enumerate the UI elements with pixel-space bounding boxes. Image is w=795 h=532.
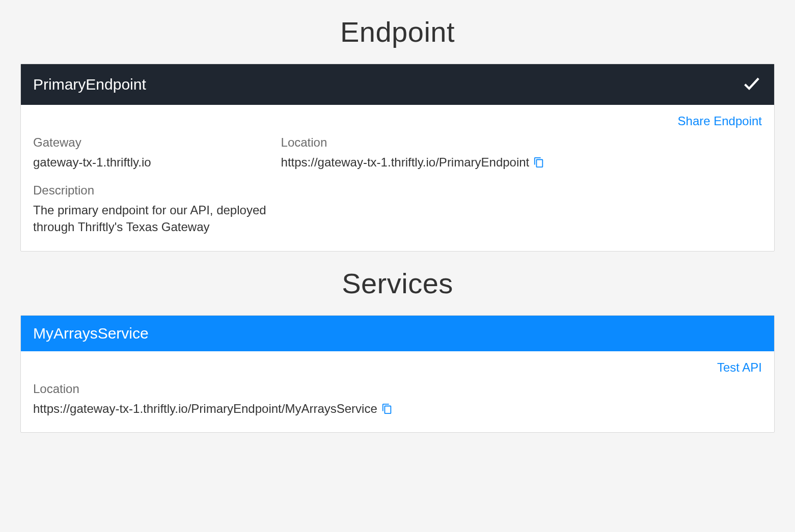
- service-card-body: Test API Location https://gateway-tx-1.t…: [21, 351, 774, 433]
- service-location-value: https://gateway-tx-1.thriftly.io/Primary…: [33, 400, 377, 417]
- check-icon: [742, 73, 762, 96]
- service-card: MyArraysService Test API Location https:…: [20, 315, 775, 433]
- gateway-value: gateway-tx-1.thriftly.io: [33, 154, 271, 171]
- gateway-block: Gateway gateway-tx-1.thriftly.io: [33, 135, 281, 171]
- description-label: Description: [33, 183, 752, 198]
- service-location-label: Location: [33, 382, 762, 396]
- section-title-services: Services: [20, 267, 775, 300]
- location-value-line: https://gateway-tx-1.thriftly.io/Primary…: [281, 154, 752, 171]
- service-name: MyArraysService: [33, 325, 149, 342]
- copy-icon[interactable]: [381, 403, 393, 414]
- endpoint-card-header[interactable]: PrimaryEndpoint: [21, 64, 774, 105]
- section-title-endpoint: Endpoint: [20, 15, 775, 48]
- endpoint-card-body: Share Endpoint Gateway gateway-tx-1.thri…: [21, 105, 774, 251]
- service-action-row: Test API: [33, 360, 762, 375]
- location-label: Location: [281, 135, 752, 150]
- test-api-link[interactable]: Test API: [717, 360, 762, 374]
- location-value: https://gateway-tx-1.thriftly.io/Primary…: [281, 154, 530, 171]
- description-value: The primary endpoint for our API, deploy…: [33, 202, 308, 236]
- endpoint-name: PrimaryEndpoint: [33, 76, 146, 93]
- service-card-header[interactable]: MyArraysService: [21, 316, 774, 351]
- location-block: Location https://gateway-tx-1.thriftly.i…: [281, 135, 762, 171]
- endpoint-action-row: Share Endpoint: [33, 114, 762, 128]
- copy-icon[interactable]: [533, 157, 544, 168]
- endpoint-card: PrimaryEndpoint Share Endpoint Gateway g…: [20, 64, 775, 251]
- gateway-label: Gateway: [33, 135, 271, 150]
- description-block: Description The primary endpoint for our…: [33, 183, 762, 236]
- service-location-block: Location https://gateway-tx-1.thriftly.i…: [33, 382, 762, 417]
- share-endpoint-link[interactable]: Share Endpoint: [678, 114, 762, 128]
- service-location-value-line: https://gateway-tx-1.thriftly.io/Primary…: [33, 400, 762, 417]
- services-section: Services MyArraysService Test API Locati…: [20, 267, 775, 433]
- endpoint-section: Endpoint PrimaryEndpoint Share Endpoint …: [20, 15, 775, 251]
- endpoint-info-grid: Gateway gateway-tx-1.thriftly.io Locatio…: [33, 135, 762, 236]
